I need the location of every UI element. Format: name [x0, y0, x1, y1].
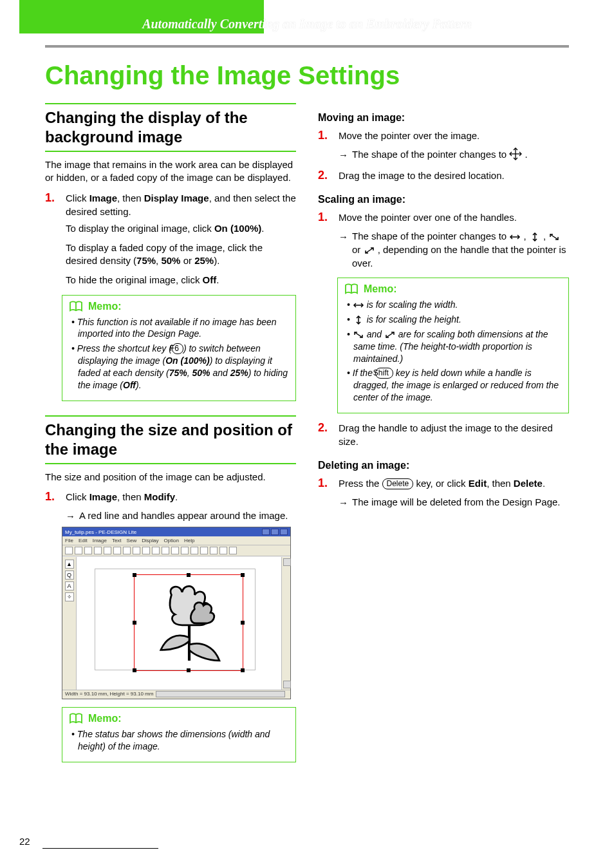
moving-step2: 2. Drag the image to the desired locatio… — [318, 169, 569, 182]
resize-horiz-icon — [509, 232, 521, 241]
memo-item: • The status bar shows the dimensions (w… — [71, 728, 289, 753]
step-number: 1. — [318, 211, 332, 270]
result-text: The image will be deleted from the Desig… — [352, 495, 561, 509]
text: , then — [117, 491, 144, 502]
section-size-pos-heading: Changing the size and position of the im… — [45, 415, 296, 464]
text: or — [180, 255, 194, 266]
screenshot-menubar: FileEditImageTextSewDisplayOptionHelp — [62, 536, 290, 545]
arrow-icon: → — [339, 229, 348, 243]
svg-line-11 — [355, 332, 362, 337]
deleting-heading: Deleting an image: — [318, 460, 569, 471]
arrow-icon: → — [339, 147, 348, 162]
section1-step1: 1. Click Image, then Display Image, and … — [45, 191, 296, 218]
scaling-step2: 2. Drag the handle to adjust the image t… — [318, 421, 569, 448]
memo-title: Memo: — [88, 301, 122, 312]
screenshot-titlebar: My_tulip.pes - PE-DESIGN Lite — [62, 527, 290, 536]
text: key, or click — [413, 478, 469, 489]
header-rule — [45, 45, 569, 48]
step-number: 1. — [318, 129, 332, 164]
text: Move the pointer over the image. — [339, 130, 479, 141]
bold: Delete — [514, 478, 543, 489]
bold: Edit — [469, 478, 487, 489]
memo-box-2: Memo: • The status bar shows the dimensi… — [62, 707, 296, 762]
memo-title: Memo: — [364, 283, 397, 295]
section1-intro: The image that remains in the work area … — [45, 158, 296, 185]
move-cursor-icon — [509, 147, 522, 164]
text: Drag the image to the desired location. — [339, 169, 569, 182]
bold: 75% — [136, 255, 156, 266]
book-icon — [344, 283, 358, 295]
memo-item: • This function is not available if no i… — [71, 316, 289, 341]
step-number: 1. — [45, 191, 59, 218]
memo-box-1: Memo: • This function is not available i… — [62, 295, 296, 401]
text: ). — [214, 255, 219, 266]
bold: Display Image — [144, 193, 209, 203]
key-delete: Delete — [382, 478, 414, 489]
moving-step1: 1. Move the pointer over the image. → Th… — [318, 129, 569, 164]
step-number: 1. — [318, 476, 332, 509]
bold: On (100%) — [214, 223, 261, 234]
header-title: Automatically Converting an Image to an … — [142, 17, 472, 31]
arrow-icon: → — [66, 509, 75, 523]
memo-item: • and are for scaling both dimensions at… — [347, 328, 562, 365]
step-number: 2. — [318, 421, 332, 448]
book-icon — [69, 301, 83, 312]
screenshot-toolbar — [62, 545, 290, 556]
resize-vert-icon — [353, 316, 364, 325]
section2-step1: 1. Click Image, then Modify. → A red lin… — [45, 490, 296, 523]
left-column: Changing the display of the background i… — [45, 103, 296, 770]
deleting-step1: 1. Press the Delete key, or click Edit, … — [318, 476, 569, 509]
result-text: The shape of the pointer changes to . — [352, 147, 528, 164]
bold: Off — [203, 274, 217, 285]
right-column: Moving an image: 1. Move the pointer ove… — [318, 103, 569, 770]
screenshot-statusbar: Width = 93.10 mm, Height = 93.10 mm — [62, 690, 290, 699]
memo-title: Memo: — [88, 713, 122, 724]
text: Click — [66, 491, 89, 502]
app-screenshot: My_tulip.pes - PE-DESIGN Lite FileEditIm… — [62, 527, 291, 699]
key-shift: Shift — [375, 368, 393, 379]
screenshot-title-text: My_tulip.pes - PE-DESIGN Lite — [65, 529, 136, 535]
section1-p4: To hide the original image, click Off. — [66, 274, 296, 287]
text: . — [175, 491, 178, 502]
arrow-icon: → — [339, 495, 348, 509]
resize-diag1-icon — [548, 232, 560, 241]
scaling-heading: Scaling an image: — [318, 194, 569, 205]
bold: Modify — [144, 491, 175, 502]
memo-item: • If the Shift key is held down while a … — [347, 367, 562, 404]
scaling-step1: 1. Move the pointer over one of the hand… — [318, 211, 569, 270]
text: Press the — [339, 478, 382, 489]
resize-diag2-icon — [364, 246, 375, 255]
svg-line-6 — [550, 234, 558, 240]
screenshot-tool-palette: ▲QA✧ — [62, 557, 77, 690]
resize-diag1-icon — [353, 330, 364, 339]
section-display-bg-heading: Changing the display of the background i… — [45, 103, 296, 152]
memo-item: • is for scaling the width. — [347, 299, 562, 311]
text: Click — [66, 193, 89, 203]
result-text: A red line and handles appear around the… — [79, 509, 288, 522]
bold: 50% — [161, 255, 180, 266]
section1-p3: To display a faded copy of the image, cl… — [66, 241, 296, 268]
memo-item: • Press the shortcut key (F6) to switch … — [71, 343, 289, 392]
memo-item: • is for scaling the height. — [347, 314, 562, 326]
resize-horiz-icon — [353, 301, 364, 310]
memo-box-scaling: Memo: • is for scaling the width. • is f… — [337, 278, 569, 413]
svg-line-7 — [366, 248, 373, 253]
text: . — [543, 478, 545, 489]
text: Move the pointer over one of the handles… — [339, 212, 517, 223]
status-text: Width = 93.10 mm, Height = 93.10 mm — [65, 691, 153, 698]
window-buttons — [262, 529, 288, 535]
page-number: 22 — [19, 836, 158, 849]
text: . — [261, 223, 264, 234]
book-icon — [69, 713, 83, 724]
result-text: The shape of the pointer changes to , , … — [352, 229, 569, 270]
tulip-image — [141, 579, 237, 668]
page-title: Changing the Image Settings — [45, 61, 400, 90]
bold: Image — [89, 491, 117, 502]
key-f6: F6 — [172, 343, 183, 354]
header-band: Automatically Converting an Image to an … — [19, 17, 595, 36]
bold: Image — [89, 193, 117, 203]
bold: 25% — [194, 255, 214, 266]
text: To display the original image, click — [66, 223, 214, 234]
svg-line-12 — [386, 332, 394, 337]
text: . — [216, 274, 219, 285]
